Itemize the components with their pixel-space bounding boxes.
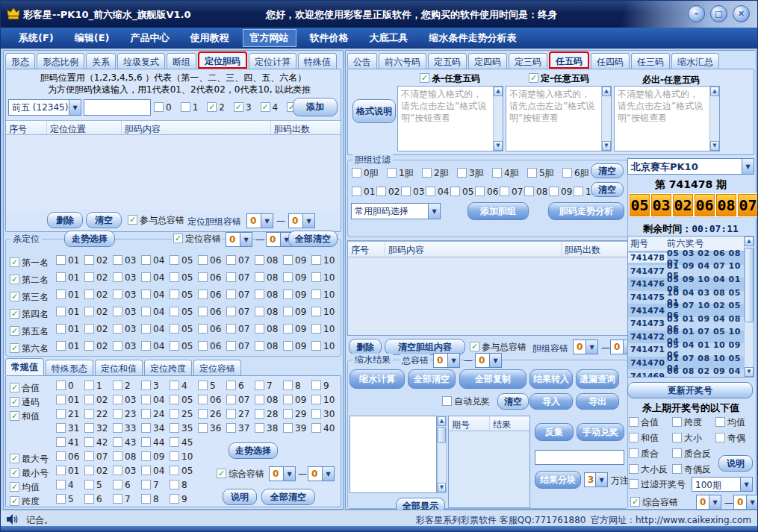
speaker-icon[interactable] <box>7 514 19 527</box>
values-tab-1[interactable]: 特殊形态 <box>46 360 93 375</box>
sha-num-check[interactable]: 08 <box>255 324 278 334</box>
sha-num-check[interactable]: 03 <box>113 255 136 265</box>
value-num-check[interactable]: 06 <box>56 451 79 461</box>
kill-check[interactable]: 合值 <box>629 417 659 427</box>
help-button[interactable]: 说明 <box>718 455 753 472</box>
sha-row-toggle-0[interactable]: ✓第一名 <box>10 257 49 267</box>
sha-num-check[interactable]: 07 <box>226 272 249 282</box>
auto-redeem-checkbox[interactable]: 自动兑奖 <box>442 396 490 406</box>
right-tab-7[interactable]: 任三码 <box>631 53 670 69</box>
dan-num-check-2[interactable]: 03 <box>401 187 424 196</box>
left-tab-3[interactable]: 垃圾复式 <box>117 53 165 69</box>
update-draw-button[interactable]: 更新开奖号 <box>627 382 753 398</box>
value-num-check[interactable]: 23 <box>113 409 136 419</box>
value-num-check[interactable]: 38 <box>255 423 278 433</box>
kill-check[interactable]: 奇偶 <box>715 433 745 442</box>
delete-button[interactable]: 删除 <box>47 212 83 228</box>
clear-all-button[interactable]: 全部清空 <box>261 489 315 505</box>
sha-num-check[interactable]: 09 <box>283 307 306 316</box>
sha-num-check[interactable]: 01 <box>56 307 79 316</box>
scroll-down-icon[interactable]: ▼ <box>745 367 754 377</box>
value-num-check[interactable]: 37 <box>226 423 249 433</box>
clear-all-button[interactable]: 全部清空 <box>408 369 456 389</box>
sha-num-check[interactable]: 06 <box>198 324 221 334</box>
value-num-check[interactable]: 7 <box>113 494 131 504</box>
sha-num-check[interactable]: 06 <box>198 341 221 351</box>
left-tab-7[interactable]: 特殊值 <box>298 53 337 69</box>
sha-num-check[interactable]: 04 <box>141 324 164 334</box>
fix-any5-textarea[interactable]: 不清楚输入格式的，请先点击左边”格式说明“按钮查看 ▲ ▼ <box>506 86 612 151</box>
filter-draw-checkbox[interactable]: 过滤开奖号 <box>629 479 686 489</box>
left-tab-2[interactable]: 关系 <box>86 53 116 69</box>
value-num-check[interactable]: 41 <box>56 437 79 447</box>
kill-check[interactable]: 均值 <box>715 417 745 427</box>
trend-select-button[interactable]: 走势选择 <box>64 231 115 247</box>
scroll-up-icon[interactable]: ▲ <box>710 87 719 96</box>
kill-any5-checkbox[interactable]: ✓ 杀-任意五码 <box>420 73 480 83</box>
value-num-check[interactable]: 9 <box>170 494 187 504</box>
dingwei-list[interactable] <box>6 135 341 210</box>
danzu-table[interactable]: 序号 胆码内容 胆码出数 <box>347 240 628 336</box>
trend-select-button[interactable]: 走势选择 <box>229 442 278 459</box>
sha-row-toggle-3[interactable]: ✓第四名 <box>10 309 49 319</box>
result-listbox[interactable] <box>350 416 437 493</box>
scroll-down-icon[interactable]: ▼ <box>438 483 446 492</box>
value-num-check[interactable]: 07 <box>226 395 249 404</box>
sha-num-check[interactable]: 10 <box>311 307 335 316</box>
value-num-check[interactable]: 5 <box>84 480 102 489</box>
value-num-check[interactable]: 28 <box>255 409 278 419</box>
value-num-check[interactable]: 7 <box>255 381 273 390</box>
menu-item-3[interactable]: 使用教程 <box>183 29 237 47</box>
value-num-check[interactable]: 09 <box>283 395 306 404</box>
sha-num-check[interactable]: 03 <box>113 341 136 351</box>
value-num-check[interactable]: 8 <box>170 480 187 489</box>
sha-num-check[interactable]: 06 <box>198 307 221 316</box>
value-num-check[interactable]: 8 <box>141 494 159 504</box>
position-select[interactable]: 前五 (12345) ▼ <box>8 99 81 116</box>
value-num-check[interactable]: 5 <box>198 381 216 390</box>
history-scrollbar[interactable]: ▲ ▼ <box>744 237 754 377</box>
tolerance-from-select[interactable]: 0 ▼ <box>573 339 598 354</box>
maximize-button[interactable]: □ <box>710 5 727 22</box>
quick-check-1[interactable]: 1 <box>181 102 199 112</box>
tolerance-to-select[interactable]: 0 ▼ <box>733 495 758 510</box>
dan-count-check-4[interactable]: 4胆 <box>492 168 519 178</box>
sha-num-check[interactable]: 03 <box>113 272 136 282</box>
sha-num-check[interactable]: 05 <box>170 272 193 282</box>
value-num-check[interactable]: 02 <box>84 466 108 475</box>
quick-check-0[interactable]: 0 <box>154 102 172 112</box>
value-num-check[interactable]: 03 <box>113 466 136 475</box>
value-num-check[interactable]: 04 <box>141 466 164 475</box>
clear-button[interactable]: 清空 <box>86 212 122 228</box>
sha-num-check[interactable]: 04 <box>141 255 164 265</box>
right-tab-2[interactable]: 定五码 <box>428 53 467 69</box>
format-help-button[interactable]: 格式说明 <box>352 99 396 123</box>
miss-query-button[interactable]: 遗漏查询 <box>576 369 619 389</box>
sha-num-check[interactable]: 08 <box>255 272 278 282</box>
must-any5-textarea[interactable]: 不清楚输入格式的，请先点击左边”格式说明“按钮查看 ▲ ▼ <box>614 86 720 151</box>
sha-num-check[interactable]: 06 <box>198 290 221 299</box>
scroll-down-icon[interactable]: ▼ <box>602 141 611 151</box>
value-num-check[interactable]: 21 <box>56 409 79 419</box>
quick-check-4[interactable]: ✓4 <box>261 102 279 112</box>
quick-check-2[interactable]: ✓2 <box>207 102 225 112</box>
value-num-check[interactable]: 06 <box>198 395 221 404</box>
value-row-toggle-2[interactable]: ✓和值 <box>10 411 40 421</box>
sha-num-check[interactable]: 02 <box>84 272 108 282</box>
value-num-check[interactable]: 32 <box>84 423 108 433</box>
scroll-up-icon[interactable]: ▲ <box>745 237 754 246</box>
split-result-button[interactable]: 结果分块 <box>535 471 581 489</box>
import-button[interactable]: 导入 <box>529 393 573 410</box>
tolerance-from-select[interactable]: 0 ▼ <box>226 232 252 247</box>
value-row-toggle-5[interactable]: ✓最大号 <box>10 454 49 463</box>
sha-num-check[interactable]: 09 <box>283 272 306 282</box>
value-num-check[interactable]: 07 <box>84 451 108 461</box>
value-num-check[interactable]: 05 <box>170 466 193 475</box>
sha-num-check[interactable]: 07 <box>226 341 249 351</box>
right-tab-1[interactable]: 前六号码 <box>379 53 426 69</box>
history-table[interactable]: 期号 前六奖号 74147805 03 02 06 08 0774147701 … <box>627 236 754 378</box>
scroll-down-icon[interactable]: ▼ <box>710 141 719 151</box>
add-button[interactable]: 添加 <box>293 98 338 116</box>
lottery-select[interactable]: 北京赛车PK10 ▼ <box>627 158 754 175</box>
value-row-toggle-6[interactable]: ✓最小号 <box>10 468 49 478</box>
